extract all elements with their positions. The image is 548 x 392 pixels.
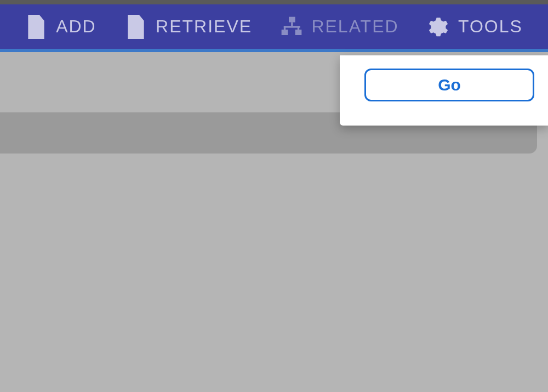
top-edge (0, 0, 548, 4)
svg-point-12 (435, 24, 442, 30)
svg-rect-5 (289, 16, 295, 22)
gear-icon (427, 15, 449, 39)
toolbar-label: RETRIEVE (156, 16, 252, 37)
dropdown-panel: Go (340, 55, 548, 126)
retrieve-button[interactable]: RETRIEVE (125, 15, 252, 39)
tools-button[interactable]: TOOLS (427, 15, 523, 39)
svg-rect-10 (284, 26, 286, 30)
toolbar: ADD RETRIEVE RELATED (0, 4, 548, 52)
toolbar-label: RELATED (311, 16, 398, 37)
related-button[interactable]: RELATED (281, 15, 398, 39)
add-file-icon (25, 15, 47, 39)
svg-rect-2 (131, 24, 140, 26)
add-button[interactable]: ADD (25, 15, 96, 39)
retrieve-file-icon (125, 15, 147, 39)
toolbar-label: ADD (56, 16, 96, 37)
toolbar-label: TOOLS (458, 16, 523, 37)
svg-rect-11 (298, 26, 299, 30)
svg-rect-3 (131, 27, 140, 30)
go-button[interactable]: Go (364, 69, 534, 101)
svg-rect-8 (292, 22, 293, 26)
svg-rect-1 (32, 27, 41, 31)
sitemap-icon (281, 15, 302, 39)
go-button-label: Go (438, 76, 461, 94)
svg-rect-4 (131, 32, 138, 34)
